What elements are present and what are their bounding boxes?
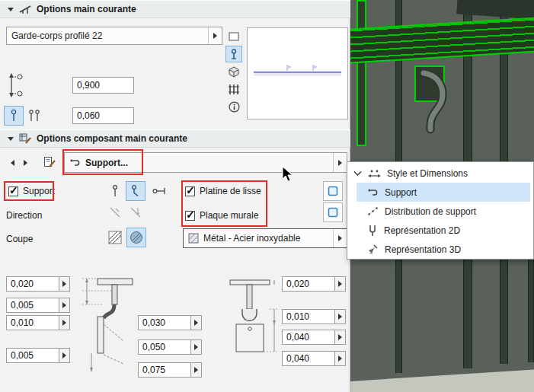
support-checkbox[interactable]: Support	[8, 186, 55, 196]
profile-dropdown-value: Garde-corps profilé 22	[11, 30, 203, 41]
dim-field-row	[282, 330, 346, 345]
support-offset-input[interactable]	[72, 107, 134, 124]
support-single-button[interactable]	[4, 106, 24, 126]
direction-label: Direction	[6, 210, 42, 221]
section-title: Options main courante	[37, 4, 136, 14]
dim-right-3-flyout-button[interactable]	[335, 330, 346, 345]
popup-item-representation-2d[interactable]: Représentation 2D	[347, 221, 533, 240]
dim-left-4-flyout-button[interactable]	[59, 348, 70, 363]
dim-right-1-input[interactable]	[282, 276, 335, 292]
platine-de-lisse-checkbox[interactable]: Platine de lisse	[185, 186, 261, 196]
dim-field-row	[282, 309, 346, 324]
baluster[interactable]	[528, 257, 534, 362]
profile-dropdown[interactable]: Garde-corps profilé 22	[6, 27, 222, 45]
dim-field-row	[6, 298, 70, 313]
support-double-button[interactable]	[24, 106, 44, 126]
dim-mid-3-input[interactable]	[138, 362, 191, 378]
dim-mid-1-flyout-button[interactable]	[191, 315, 202, 330]
dim-field-row	[6, 276, 70, 292]
dim-mid-2-input[interactable]	[138, 339, 191, 355]
preview-mode-rail-button[interactable]	[225, 81, 242, 97]
floor[interactable]	[350, 364, 534, 392]
handrail-icon	[19, 4, 31, 14]
dim-left-1-flyout-button[interactable]	[59, 276, 70, 292]
dim-left-2-input[interactable]	[6, 298, 59, 313]
dim-field-row	[282, 351, 346, 366]
dim-left-1-input[interactable]	[6, 276, 59, 292]
railing-settings-dialog: Options main courante Garde-corps profil…	[0, 0, 534, 392]
height-dimension-icon	[6, 73, 26, 97]
component-options-icon	[19, 133, 31, 144]
dim-right-4-input[interactable]	[282, 351, 335, 366]
checkbox-box[interactable]	[185, 211, 195, 221]
next-component-button[interactable]	[19, 155, 31, 171]
dim-left-4-input[interactable]	[6, 348, 59, 363]
dim-mid-2-flyout-button[interactable]	[191, 339, 202, 355]
preview-mode-plan-button[interactable]	[225, 28, 242, 45]
popup-item-label: Représentation 3D	[385, 244, 461, 255]
support-icon	[367, 187, 379, 197]
popup-item-distribution-de-support[interactable]: Distribution de support	[347, 202, 533, 221]
material-swatch-icon	[188, 233, 199, 244]
info-icon[interactable]	[225, 98, 242, 115]
flyout-arrow-icon[interactable]	[333, 229, 342, 247]
profile-preview	[247, 27, 348, 120]
popup-header-style-et-dimensions[interactable]: Style et Dimensions	[347, 164, 533, 183]
support-vertical-button[interactable]	[105, 181, 125, 201]
popup-item-representation-3d[interactable]: Représentation 3D	[347, 240, 533, 259]
popup-item-support[interactable]: Support	[347, 183, 533, 202]
support-distribution-icon	[367, 206, 379, 216]
support-horizontal-button[interactable]	[149, 181, 169, 201]
edit-component-icon-button[interactable]	[40, 152, 59, 172]
checkbox-box[interactable]	[8, 186, 18, 196]
section-header-main-courante[interactable]: Options main courante	[0, 0, 350, 18]
dim-right-2-flyout-button[interactable]	[335, 309, 346, 324]
wall-plate-square-shape-button[interactable]	[323, 202, 343, 222]
dim-right-3-input[interactable]	[282, 330, 335, 345]
flyout-arrow-icon[interactable]	[208, 27, 217, 44]
checkbox-box[interactable]	[185, 186, 195, 196]
dim-left-3-input[interactable]	[6, 315, 59, 330]
collapse-arrow-icon[interactable]	[8, 137, 14, 141]
dim-field-row	[282, 276, 346, 292]
baluster-selected[interactable]	[357, 0, 366, 146]
plaque-murale-checkbox[interactable]: Plaque murale	[185, 210, 258, 221]
direction-vertical-button[interactable]	[126, 202, 145, 222]
dim-left-3-flyout-button[interactable]	[59, 315, 70, 330]
support-angled-button[interactable]	[126, 181, 145, 201]
flyout-arrow-icon[interactable]	[333, 153, 342, 172]
component-selector-popup-menu: Style et Dimensions Support Distribution…	[347, 161, 534, 260]
rail-height-input[interactable]	[72, 77, 134, 94]
representation-2d-icon	[367, 225, 378, 237]
previous-component-button[interactable]	[6, 155, 18, 171]
section-header-composant[interactable]: Options composant main courante	[0, 129, 350, 148]
support-hook[interactable]	[417, 70, 456, 135]
dim-left-2-flyout-button[interactable]	[59, 298, 70, 313]
mouse-cursor	[282, 166, 294, 183]
preview-mode-elevation-button[interactable]	[225, 46, 242, 62]
dim-right-4-flyout-button[interactable]	[335, 351, 346, 366]
settings-panel: Options main courante Garde-corps profil…	[0, 0, 350, 392]
preview-mode-3d-button[interactable]	[225, 63, 242, 80]
dim-field-row	[6, 348, 70, 363]
coupe-label: Coupe	[6, 234, 33, 244]
dim-field-row	[138, 339, 202, 355]
popup-header-label: Style et Dimensions	[387, 168, 468, 179]
dim-right-1-flyout-button[interactable]	[335, 276, 346, 292]
dim-mid-3-flyout-button[interactable]	[191, 362, 202, 378]
dim-right-2-input[interactable]	[282, 309, 335, 324]
cut-fill-hatch-button[interactable]	[105, 228, 125, 247]
cut-fill-solid-button[interactable]	[126, 228, 146, 247]
collapse-arrow-icon[interactable]	[8, 8, 14, 11]
direction-perpendicular-button[interactable]	[105, 202, 125, 222]
material-dropdown[interactable]: Métal - Acier inoxydable	[183, 228, 347, 248]
popup-item-label: Distribution de support	[385, 206, 476, 217]
support-checkbox-label: Support	[23, 186, 55, 196]
support-icon	[69, 158, 81, 168]
dim-field-row	[6, 315, 70, 330]
chevron-down-icon[interactable]	[353, 171, 362, 177]
dim-mid-1-input[interactable]	[138, 315, 191, 330]
rail-profile-drawing	[248, 28, 347, 119]
component-selector-dropdown[interactable]: Support...	[64, 152, 347, 173]
top-plate-square-shape-button[interactable]	[323, 181, 343, 201]
